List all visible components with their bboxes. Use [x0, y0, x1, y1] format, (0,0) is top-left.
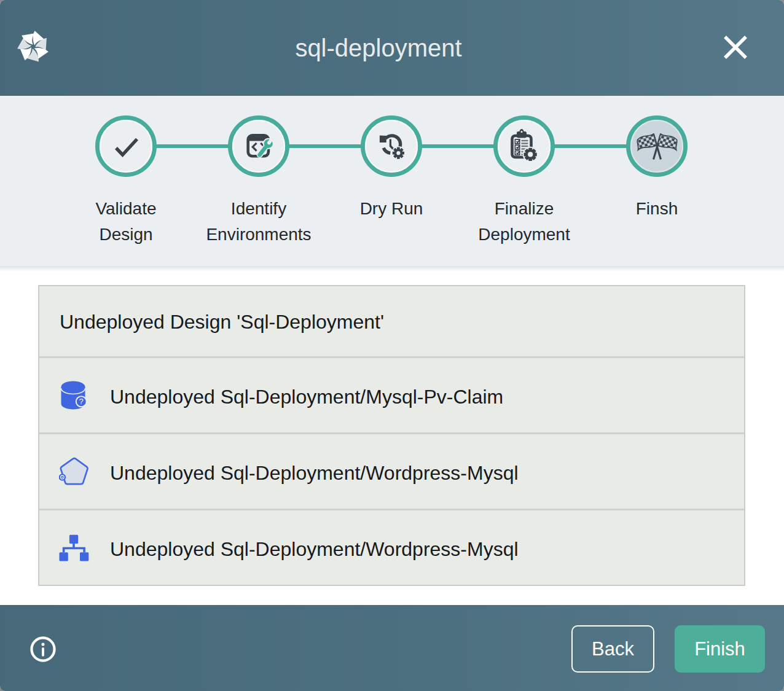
svg-text:?: ?: [79, 397, 84, 406]
